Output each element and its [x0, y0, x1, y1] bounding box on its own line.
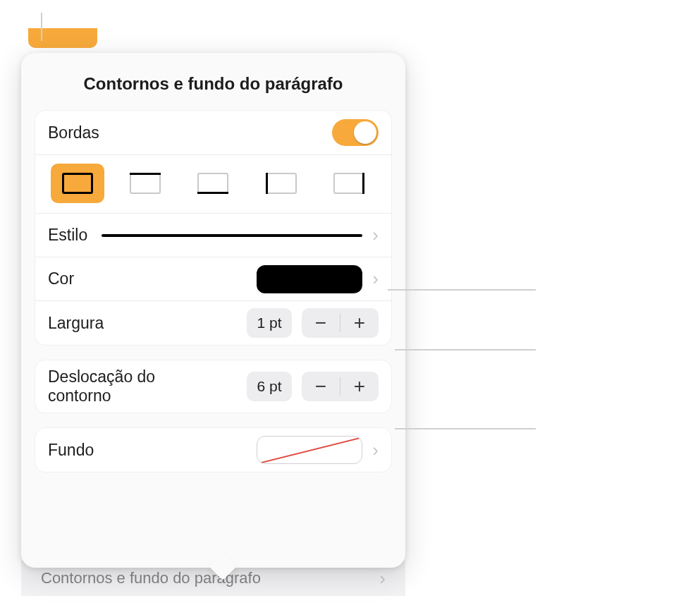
- border-position-segmented: [35, 154, 391, 213]
- background-fill-group: Fundo ›: [35, 428, 391, 472]
- width-decrement-button[interactable]: −: [302, 308, 340, 338]
- border-width-row: Largura 1 pt − +: [35, 300, 391, 345]
- selected-text-highlight-fragment: [28, 28, 97, 48]
- border-color-row[interactable]: Cor ›: [35, 257, 391, 300]
- border-offset-label: Deslocação do contorno: [48, 367, 155, 405]
- callout-leader-line: [395, 428, 536, 429]
- border-width-stepper: − +: [302, 308, 379, 338]
- border-pos-left[interactable]: [254, 164, 308, 203]
- borders-group: Bordas: [35, 111, 391, 345]
- minus-icon: −: [315, 312, 326, 334]
- offset-increment-button[interactable]: +: [340, 372, 379, 401]
- minus-icon: −: [315, 375, 326, 398]
- background-fill-row[interactable]: Fundo ›: [35, 428, 391, 472]
- popover-title: Contornos e fundo do parágrafo: [21, 53, 405, 111]
- border-color-label: Cor: [48, 269, 74, 288]
- borders-toggle-row: Bordas: [35, 111, 391, 154]
- border-style-label: Estilo: [48, 226, 87, 245]
- border-style-row[interactable]: Estilo ›: [35, 213, 391, 257]
- borders-background-popover: Contornos e fundo do parágrafo Bordas: [21, 53, 405, 568]
- chevron-right-icon: ›: [372, 268, 379, 290]
- border-width-value: 1 pt: [247, 308, 292, 338]
- chevron-right-icon: ›: [372, 439, 379, 461]
- background-fill-label: Fundo: [48, 441, 94, 460]
- border-pos-all[interactable]: [51, 164, 104, 203]
- border-offset-stepper: − +: [302, 372, 379, 401]
- border-pos-right[interactable]: [322, 164, 376, 203]
- borders-toggle[interactable]: [332, 119, 379, 146]
- callout-leader-line: [388, 289, 536, 291]
- border-pos-top[interactable]: [118, 164, 172, 203]
- toggle-knob: [354, 121, 376, 144]
- border-style-preview-line: [102, 234, 362, 237]
- chevron-right-icon: ›: [379, 568, 386, 590]
- border-offset-row: Deslocação do contorno 6 pt − +: [35, 360, 391, 413]
- callout-leader-line: [41, 13, 42, 41]
- border-width-label: Largura: [48, 314, 104, 333]
- borders-label: Bordas: [48, 123, 99, 142]
- border-offset-value: 6 pt: [247, 372, 292, 401]
- offset-decrement-button[interactable]: −: [302, 372, 340, 401]
- plus-icon: +: [354, 375, 365, 398]
- plus-icon: +: [354, 312, 365, 334]
- width-increment-button[interactable]: +: [340, 308, 379, 338]
- border-color-swatch[interactable]: [257, 265, 362, 293]
- background-fill-swatch-none[interactable]: [257, 436, 362, 464]
- chevron-right-icon: ›: [372, 224, 379, 246]
- border-offset-group: Deslocação do contorno 6 pt − +: [35, 360, 391, 413]
- callout-leader-line: [395, 349, 536, 350]
- border-pos-bottom[interactable]: [186, 164, 240, 203]
